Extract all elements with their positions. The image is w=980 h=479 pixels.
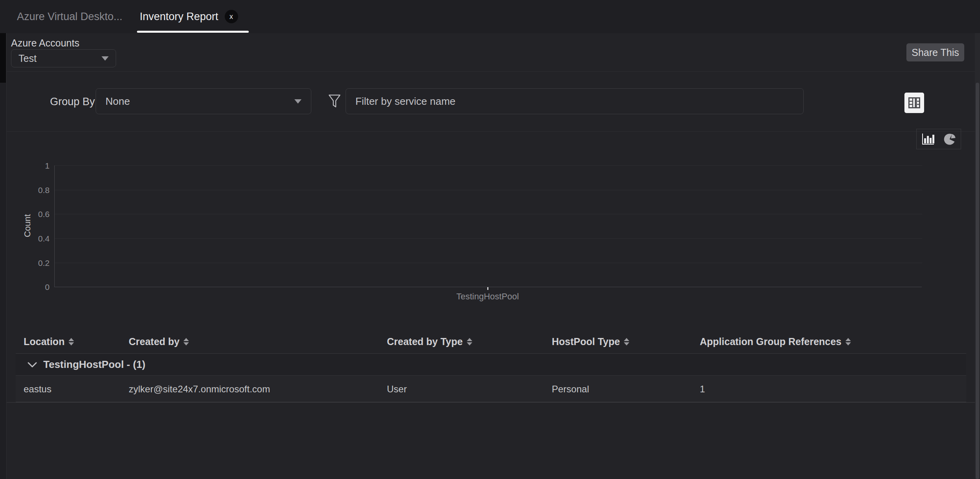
y-tick: 0.8 [10, 186, 50, 195]
y-tick: 0.4 [10, 234, 50, 243]
group-by-selected: None [105, 95, 130, 108]
pie-chart-icon[interactable] [944, 133, 956, 145]
cell-application-group-references: 1 [700, 384, 966, 395]
service-filter-input[interactable] [346, 88, 804, 114]
tab-azure-virtual-desktop[interactable]: Azure Virtual Deskto... [17, 0, 122, 33]
group-row-label: TestingHostPool - (1) [43, 358, 146, 371]
gridline [55, 238, 922, 239]
chevron-down-icon [294, 99, 301, 104]
table-row: eastus zylker@site24x7.onmicrosoft.com U… [16, 376, 966, 402]
table-header-row: Location Created by Created by Type Host… [16, 330, 966, 353]
sort-icon [68, 338, 74, 345]
cell-created-by-type: User [387, 384, 552, 395]
y-tick: 0.6 [10, 210, 50, 219]
scrollbar-thumb[interactable] [976, 83, 979, 479]
table-grid-icon [908, 97, 920, 108]
azure-accounts-label: Azure Accounts [11, 37, 80, 49]
group-by-label: Group By [50, 96, 95, 108]
tab-bar: Azure Virtual Deskto... Inventory Report… [0, 0, 980, 33]
azure-accounts-selected: Test [18, 53, 37, 64]
bar-chart-icon[interactable] [921, 133, 935, 145]
y-tick: 0.2 [10, 258, 50, 268]
share-this-button[interactable]: Share This [906, 43, 964, 61]
table-group-row[interactable]: TestingHostPool - (1) [16, 354, 966, 376]
table-view-button[interactable] [904, 93, 924, 113]
cell-hostpool-type: Personal [552, 384, 700, 395]
chevron-down-icon [102, 56, 109, 61]
row-bottom-border [7, 402, 975, 403]
left-gutter-dark-strip [0, 33, 6, 83]
close-tab-button[interactable]: x [225, 10, 238, 23]
cell-location: eastus [16, 384, 129, 395]
sort-icon [624, 338, 629, 345]
y-tick: 0 [10, 282, 50, 292]
chart-type-toggle-group [916, 129, 961, 149]
sort-icon [183, 338, 189, 345]
chevron-down-icon[interactable] [28, 362, 37, 368]
gridline [55, 214, 922, 214]
left-gutter [0, 33, 7, 479]
column-header-created-by-type[interactable]: Created by Type [387, 336, 547, 347]
tab-label: Azure Virtual Deskto... [17, 11, 122, 23]
x-category-label: TestingHostPool [429, 291, 547, 302]
tab-label: Inventory Report [140, 11, 218, 23]
cell-created-by: zylker@site24x7.onmicrosoft.com [129, 384, 387, 395]
sort-icon [467, 338, 472, 345]
sort-icon [845, 338, 851, 345]
gridline [55, 190, 922, 190]
group-by-select[interactable]: None [96, 88, 311, 114]
close-icon: x [229, 13, 233, 21]
column-header-location[interactable]: Location [24, 336, 124, 347]
active-tab-underline [137, 31, 249, 33]
gridline [55, 263, 922, 263]
gridline [55, 165, 922, 166]
y-axis-line [54, 165, 55, 287]
funnel-icon [329, 95, 340, 110]
y-tick: 1 [10, 161, 50, 171]
column-header-hostpool-type[interactable]: HostPool Type [552, 336, 695, 347]
tab-inventory-report[interactable]: Inventory Report x [140, 0, 238, 33]
section-divider [7, 131, 975, 132]
section-divider [7, 71, 975, 72]
column-header-application-group-references[interactable]: Application Group References [700, 336, 962, 347]
azure-accounts-select[interactable]: Test [11, 49, 116, 67]
column-header-created-by[interactable]: Created by [129, 336, 382, 347]
x-tick-mark [487, 287, 488, 290]
